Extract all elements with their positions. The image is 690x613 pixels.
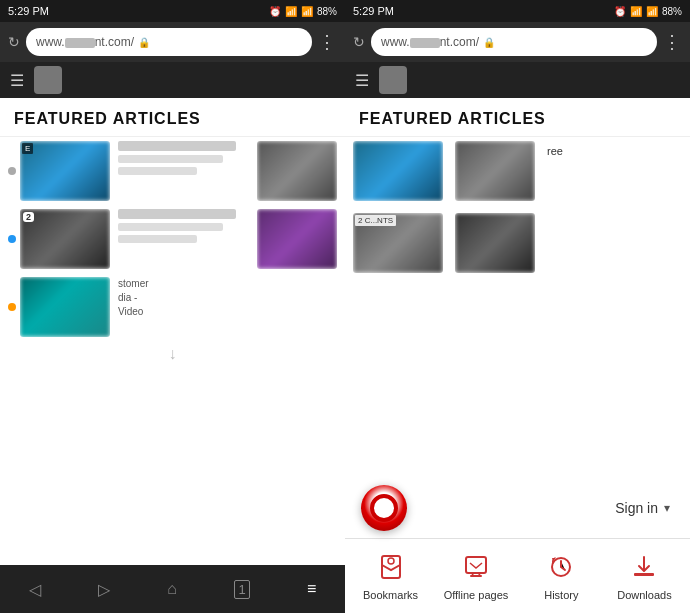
lock-icon-right: 🔒 [483, 37, 495, 48]
history-icon [543, 549, 579, 585]
right-thumb-2b [455, 213, 535, 273]
right-thumb-1b [455, 141, 535, 201]
svg-rect-3 [470, 575, 482, 577]
status-icons-left: ⏰ 📶 📶 88% [269, 6, 337, 17]
right-article-row-2[interactable]: 2 C...NTS [345, 209, 690, 277]
dot-2 [8, 235, 16, 243]
status-bar-left: 5:29 PM ⏰ 📶 📶 88% [0, 0, 345, 22]
scroll-arrow-left: ↓ [0, 345, 345, 363]
more-options-right[interactable]: ⋮ [663, 31, 682, 53]
free-text: ree [547, 145, 563, 157]
article-desc-2a [118, 223, 223, 231]
toolbar-left: ☰ [0, 62, 345, 98]
tabs-icon: 1 [234, 580, 249, 599]
forward-button[interactable]: ▷ [98, 580, 110, 599]
right-thumb-2: 2 C...NTS [353, 213, 443, 273]
article-3-line3: Video [118, 305, 337, 319]
article-row-3[interactable]: stomer dia - Video [0, 273, 345, 341]
svg-point-1 [388, 558, 394, 564]
home-icon: ⌂ [167, 580, 177, 598]
menu-item-bookmarks[interactable]: Bookmarks [361, 549, 421, 601]
back-button[interactable]: ◁ [29, 580, 41, 599]
sign-in-label[interactable]: Sign in [615, 500, 658, 516]
article-desc-1b [118, 167, 197, 175]
lock-icon-left: 🔒 [138, 37, 150, 48]
battery-right: 88% [662, 6, 682, 17]
bookmarks-label: Bookmarks [363, 589, 418, 601]
article-title-2 [118, 209, 236, 219]
time-left: 5:29 PM [8, 5, 49, 17]
article-info-2 [118, 209, 249, 243]
dot-1 [8, 167, 16, 175]
sign-in-row[interactable]: Sign in ▾ [615, 500, 670, 516]
alarm-icon: ⏰ [269, 6, 281, 17]
article-info-3: stomer dia - Video [118, 277, 337, 319]
article-row-2[interactable]: 2 [0, 205, 345, 273]
article-3-line2: dia - [118, 291, 337, 305]
thumb-1b [257, 141, 337, 201]
opera-header-row: Sign in ▾ [345, 478, 690, 538]
menu-items-row: Bookmarks Offline pages [345, 539, 690, 613]
site-logo-right [379, 66, 407, 94]
opera-menu-overlay: Sign in ▾ Bookmarks [345, 478, 690, 613]
signal-icon: 📶 [301, 6, 313, 17]
article-info-1 [118, 141, 249, 175]
refresh-icon-right[interactable]: ↻ [353, 34, 365, 50]
opera-o-shape [370, 494, 398, 522]
menu-item-downloads[interactable]: Downloads [614, 549, 674, 601]
hamburger-icon-left[interactable]: ☰ [10, 71, 24, 90]
site-logo-left [34, 66, 62, 94]
left-panel: 5:29 PM ⏰ 📶 📶 88% ↻ www.nt.com/ 🔒 ⋮ ☰ [0, 0, 345, 613]
wifi-icon-right: 📶 [630, 6, 642, 17]
opera-logo [361, 485, 407, 531]
download-icon [626, 549, 662, 585]
dot-3 [8, 303, 16, 311]
menu-icon: ≡ [307, 580, 316, 598]
home-button[interactable]: ⌂ [167, 580, 177, 598]
hamburger-icon-right[interactable]: ☰ [355, 71, 369, 90]
article-row-1[interactable]: E [0, 137, 345, 205]
status-time-left: 5:29 PM [8, 5, 49, 17]
menu-item-history[interactable]: History [531, 549, 591, 601]
wifi-icon: 📶 [285, 6, 297, 17]
article-desc-1a [118, 155, 223, 163]
tabs-button[interactable]: 1 [234, 580, 249, 599]
back-icon: ◁ [29, 580, 41, 599]
comments-badge: 2 C...NTS [355, 215, 396, 226]
tag-1: E [22, 143, 33, 154]
menu-button[interactable]: ≡ [307, 580, 316, 598]
thumb-2: 2 [20, 209, 110, 269]
article-desc-2b [118, 235, 197, 243]
right-article-row-1[interactable]: ree [345, 137, 690, 205]
downloads-label: Downloads [617, 589, 671, 601]
history-label: History [544, 589, 578, 601]
offline-label: Offline pages [444, 589, 509, 601]
status-icons-right: ⏰ 📶 📶 88% [614, 6, 682, 17]
url-text-right: www.nt.com/ [381, 35, 479, 49]
forward-icon: ▷ [98, 580, 110, 599]
chevron-down-icon: ▾ [664, 501, 670, 515]
article-3-line1: stomer [118, 277, 337, 291]
signal-icon-right: 📶 [646, 6, 658, 17]
alarm-icon-right: ⏰ [614, 6, 626, 17]
featured-banner-right: FEATURED ARTICLES [345, 98, 690, 137]
right-panel: 5:29 PM ⏰ 📶 📶 88% ↻ www.nt.com/ 🔒 ⋮ ☰ FE… [345, 0, 690, 613]
address-bar-right[interactable]: ↻ www.nt.com/ 🔒 ⋮ [345, 22, 690, 62]
offline-icon [458, 549, 494, 585]
thumb-3 [20, 277, 110, 337]
url-input-left[interactable]: www.nt.com/ 🔒 [26, 28, 312, 56]
address-bar-left[interactable]: ↻ www.nt.com/ 🔒 ⋮ [0, 22, 345, 62]
url-input-right[interactable]: www.nt.com/ 🔒 [371, 28, 657, 56]
thumb-1: E [20, 141, 110, 201]
right-thumb-1 [353, 141, 443, 201]
url-text-left: www.nt.com/ [36, 35, 134, 49]
status-time-right: 5:29 PM [353, 5, 394, 17]
menu-item-offline[interactable]: Offline pages [444, 549, 509, 601]
bottom-nav-left: ◁ ▷ ⌂ 1 ≡ [0, 565, 345, 613]
thumb-2b [257, 209, 337, 269]
refresh-icon-left[interactable]: ↻ [8, 34, 20, 50]
article-title-1 [118, 141, 236, 151]
more-options-left[interactable]: ⋮ [318, 31, 337, 53]
battery-left: 88% [317, 6, 337, 17]
content-area-left: FEATURED ARTICLES E [0, 98, 345, 565]
